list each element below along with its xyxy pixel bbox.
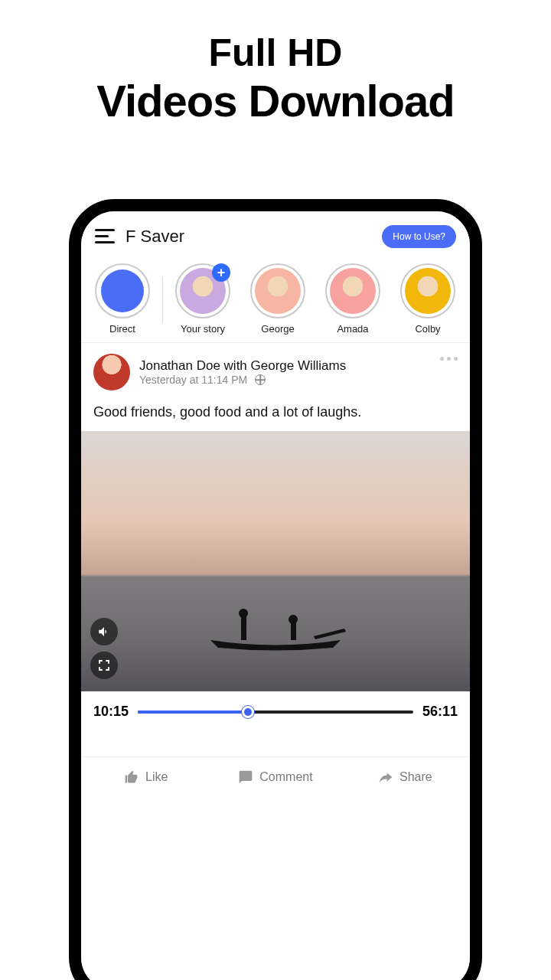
- story-label: Your story: [181, 323, 225, 335]
- app-header: F Saver How to Use?: [81, 211, 470, 257]
- video-player[interactable]: [81, 431, 470, 691]
- story-user[interactable]: George: [247, 263, 308, 335]
- time-total: 56:11: [422, 704, 458, 720]
- progress-thumb[interactable]: [242, 706, 254, 718]
- phone-frame: F Saver How to Use? Direct + Your story …: [69, 199, 482, 980]
- app-screen: F Saver How to Use? Direct + Your story …: [81, 211, 470, 980]
- like-button[interactable]: Like: [81, 757, 210, 797]
- share-button[interactable]: Share: [341, 757, 470, 797]
- post-author[interactable]: Jonathan Doe with George Williams: [139, 358, 346, 374]
- menu-icon[interactable]: [95, 229, 115, 244]
- promo-line1: Full HD: [0, 31, 551, 75]
- promo-title: Full HD Videos Download: [0, 0, 551, 126]
- progress-track[interactable]: [138, 710, 413, 714]
- fullscreen-icon[interactable]: [90, 652, 118, 679]
- post-caption: Good friends, good food and a lot of lau…: [81, 397, 470, 431]
- svg-point-3: [289, 615, 298, 624]
- time-current: 10:15: [93, 704, 129, 720]
- boat-silhouette: [199, 606, 352, 652]
- story-user[interactable]: Amada: [322, 263, 383, 335]
- thumb-up-icon: [124, 769, 139, 785]
- avatar: [330, 268, 376, 314]
- how-to-use-button[interactable]: How to Use?: [382, 225, 456, 248]
- story-label: Colby: [415, 323, 440, 335]
- post-more-icon[interactable]: [440, 357, 458, 361]
- story-direct[interactable]: Direct: [92, 263, 153, 335]
- promo-line2: Videos Download: [0, 75, 551, 126]
- globe-icon: [255, 374, 266, 385]
- direct-icon: [101, 270, 144, 312]
- app-title: F Saver: [126, 227, 184, 247]
- share-icon: [378, 769, 393, 785]
- story-your-story[interactable]: + Your story: [172, 263, 233, 335]
- story-user[interactable]: Colby: [397, 263, 458, 335]
- story-divider: [162, 276, 163, 322]
- story-label: Direct: [109, 323, 135, 335]
- post-author-avatar[interactable]: [93, 354, 130, 390]
- story-label: Amada: [337, 323, 368, 335]
- comment-icon: [238, 769, 253, 785]
- comment-button[interactable]: Comment: [210, 757, 340, 797]
- avatar: [405, 268, 451, 314]
- post-header: Jonathan Doe with George Williams Yester…: [81, 343, 470, 397]
- post-time: Yesterday at 11:14 PM: [139, 374, 346, 386]
- svg-point-1: [239, 609, 248, 618]
- avatar: [255, 268, 301, 314]
- sound-icon[interactable]: [90, 618, 118, 645]
- video-progress: 10:15 56:11: [81, 691, 470, 726]
- add-story-icon[interactable]: +: [212, 263, 230, 282]
- svg-rect-0: [241, 615, 246, 640]
- story-label: George: [261, 323, 294, 335]
- stories-row: Direct + Your story George Amada Colby: [81, 257, 470, 343]
- action-bar: Like Comment Share: [81, 756, 470, 797]
